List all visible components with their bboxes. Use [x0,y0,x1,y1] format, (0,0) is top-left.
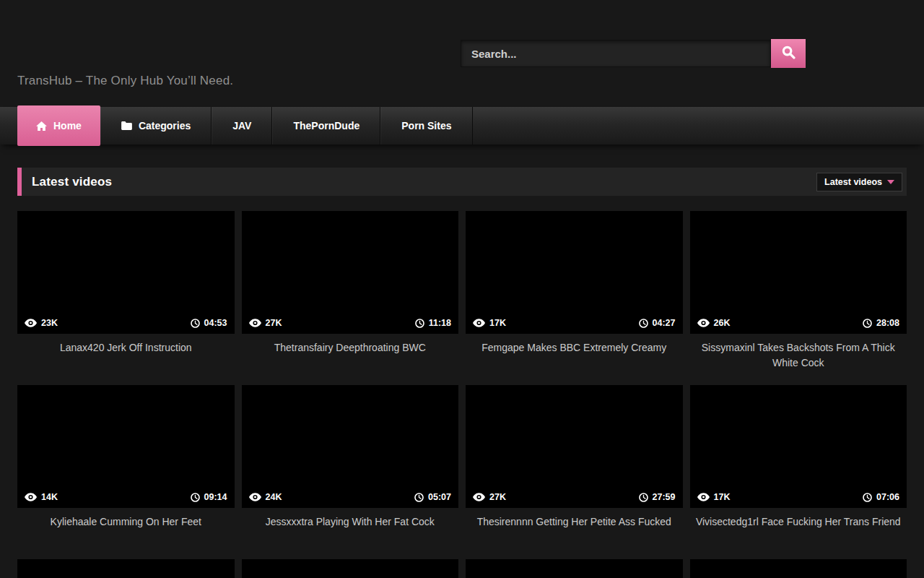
video-card[interactable]: 14K09:14Kyliehaale Cumming On Her Feet [17,385,235,545]
site-tagline: TransHub – The Only Hub You’ll Need. [17,74,233,88]
video-title[interactable]: Jessxxxtra Playing With Her Fat Cock [242,514,459,545]
video-card[interactable]: 26K28:08Sissymaxinl Takes Backshots From… [690,211,907,371]
main-nav: HomeCategoriesJAVThePornDudePorn Sites [0,107,924,144]
eye-icon [697,319,710,327]
search-input[interactable] [461,40,771,67]
view-count-group: 24K [249,492,282,502]
view-count: 17K [489,318,506,328]
video-thumbnail[interactable]: 17K07:06 [690,385,907,508]
video-thumbnail[interactable] [242,559,459,578]
caret-down-icon [887,180,894,184]
eye-icon [249,319,261,327]
video-duration: 11:18 [429,318,451,328]
nav-item-label: JAV [232,120,251,131]
video-card[interactable]: 27K27:59Thesirennnn Getting Her Petite A… [466,385,683,545]
search-icon [782,46,796,61]
video-duration: 28:08 [876,318,899,328]
video-thumbnail[interactable] [690,559,907,578]
clock-icon [863,319,872,328]
video-thumbnail[interactable] [17,559,235,578]
video-thumbnail[interactable]: 27K27:59 [466,385,683,508]
duration-group: 28:08 [863,318,899,328]
nav-item-label: ThePornDude [293,120,359,131]
video-title[interactable]: Lanax420 Jerk Off Instruction [17,340,235,371]
section-header: Latest videos Latest videos [17,168,907,196]
video-title[interactable]: Sissymaxinl Takes Backshots From A Thick… [690,340,907,371]
video-card[interactable]: 17K07:06Vivisectedg1rl Face Fucking Her … [690,385,907,545]
video-card[interactable]: 23K04:53Lanax420 Jerk Off Instruction [17,211,235,371]
clock-icon [414,493,424,502]
video-meta-bar: 27K27:59 [466,486,683,508]
clock-icon [863,493,872,502]
clock-icon [639,319,648,328]
search-form [461,39,806,68]
section-title: Latest videos [32,175,112,189]
view-count-group: 17K [473,318,506,328]
eye-icon [697,493,710,501]
video-title[interactable]: Thetransfairy Deepthroating BWC [242,340,459,371]
video-card[interactable]: 24K05:07Jessxxxtra Playing With Her Fat … [242,385,459,545]
video-duration: 27:59 [653,492,676,502]
view-count-group: 26K [697,318,731,328]
nav-item-categories[interactable]: Categories [100,107,212,144]
view-count: 17K [714,492,731,502]
view-count-group: 27K [473,492,506,502]
clock-icon [191,319,200,328]
nav-item-label: Categories [139,120,191,131]
video-duration: 09:14 [204,492,227,502]
video-meta-bar: 23K04:53 [17,312,235,334]
sort-dropdown[interactable]: Latest videos [816,173,902,191]
video-grid: 23K04:53Lanax420 Jerk Off Instruction27K… [17,211,907,578]
video-meta-bar: 24K05:07 [242,486,459,508]
duration-group: 05:07 [414,492,451,502]
eye-icon [473,319,485,327]
eye-icon [25,319,37,327]
search-button[interactable] [771,39,806,68]
nav-item-theporndude[interactable]: ThePornDude [272,107,380,144]
video-meta-bar: 17K07:06 [690,486,907,508]
nav-item-jav[interactable]: JAV [212,107,272,144]
video-card-partial[interactable] [690,559,907,578]
video-card-partial[interactable] [17,559,235,578]
video-thumbnail[interactable]: 23K04:53 [17,211,235,334]
page: TransHub – The Only Hub You’ll Need. Hom… [0,0,924,578]
video-thumbnail[interactable]: 26K28:08 [690,211,907,334]
duration-group: 27:59 [639,492,676,502]
video-thumbnail[interactable]: 17K04:27 [466,211,683,334]
video-thumbnail[interactable]: 24K05:07 [242,385,459,508]
video-duration: 04:53 [204,318,227,328]
video-title[interactable]: Kyliehaale Cumming On Her Feet [17,514,235,545]
video-meta-bar: 14K09:14 [17,486,235,508]
clock-icon [415,319,424,328]
eye-icon [25,493,37,501]
video-title[interactable]: Femgape Makes BBC Extremely Creamy [466,340,683,371]
video-card-partial[interactable] [242,559,459,578]
view-count: 27K [489,492,506,502]
video-card[interactable]: 27K11:18Thetransfairy Deepthroating BWC [242,211,459,371]
header: TransHub – The Only Hub You’ll Need. [0,0,924,107]
view-count-group: 17K [697,492,731,502]
video-thumbnail[interactable]: 14K09:14 [17,385,235,508]
video-title[interactable]: Vivisectedg1rl Face Fucking Her Trans Fr… [690,514,907,545]
duration-group: 09:14 [191,492,227,502]
nav-item-porn-sites[interactable]: Porn Sites [380,107,472,144]
video-thumbnail[interactable]: 27K11:18 [242,211,459,334]
video-title[interactable]: Thesirennnn Getting Her Petite Ass Fucke… [466,514,683,545]
view-count: 27K [266,318,282,328]
video-card[interactable]: 17K04:27Femgape Makes BBC Extremely Crea… [466,211,683,371]
duration-group: 11:18 [415,318,451,328]
view-count-group: 23K [25,318,58,328]
video-duration: 04:27 [653,318,676,328]
video-duration: 05:07 [428,492,451,502]
sort-dropdown-label: Latest videos [824,177,882,187]
view-count: 14K [41,492,58,502]
nav-list: HomeCategoriesJAVThePornDudePorn Sites [17,107,924,144]
nav-item-home[interactable]: Home [17,105,100,146]
clock-icon [639,493,648,502]
home-icon [36,121,47,131]
video-meta-bar: 27K11:18 [242,312,459,334]
video-thumbnail[interactable] [466,559,683,578]
video-card-partial[interactable] [466,559,683,578]
duration-group: 04:27 [639,318,676,328]
video-meta-bar: 17K04:27 [466,312,683,334]
